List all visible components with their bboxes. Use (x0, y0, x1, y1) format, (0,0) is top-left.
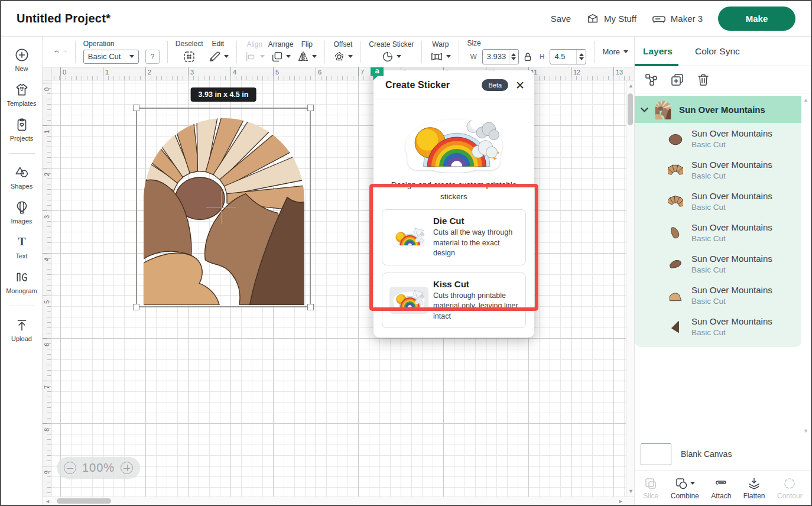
operation-help-button[interactable]: ? (145, 50, 160, 64)
warp-icon (430, 50, 444, 63)
canvas-vertical-scrollbar[interactable]: ▲ ▼ (626, 80, 634, 497)
group-icon[interactable] (644, 73, 658, 87)
sidebar-item-new[interactable]: New (3, 47, 41, 72)
make-button[interactable]: Make (718, 7, 795, 31)
layer-row[interactable]: Sun Over MountainsBasic Cut (635, 154, 801, 186)
layer-row[interactable]: Sun Over MountainsBasic Cut (635, 217, 801, 248)
redo-icon[interactable] (62, 44, 67, 60)
ruler-number: 0 (43, 86, 50, 93)
width-input[interactable] (483, 52, 509, 61)
ruler-number: 6 (43, 341, 50, 348)
chevron-down-icon[interactable] (641, 105, 648, 112)
arrange-button[interactable]: Arrange (268, 41, 294, 63)
svg-text:T: T (18, 235, 25, 248)
align-button: Align (245, 41, 265, 63)
kiss-cut-option[interactable]: Kiss Cut Cuts through printable material… (382, 273, 526, 329)
layer-thumbnail (668, 163, 683, 178)
operation-select[interactable]: Basic Cut (83, 50, 139, 64)
deselect-button[interactable]: Deselect (176, 40, 203, 64)
tab-layers[interactable]: Layers (642, 37, 674, 66)
contour-button: Contour (777, 476, 803, 500)
sun-over-mountains-artwork[interactable] (139, 111, 309, 306)
more-button[interactable]: More (602, 47, 628, 56)
machine-icon (652, 12, 666, 25)
attach-button[interactable]: Attach (711, 476, 731, 500)
sidebar-item-text[interactable]: T Text (3, 235, 41, 260)
design-canvas[interactable]: 012345678910111213 0123456789 3.93 in x … (43, 67, 634, 505)
width-input-box (482, 49, 519, 64)
layer-row[interactable]: Sun Over MountainsBasic Cut (635, 186, 801, 217)
height-stepper[interactable] (576, 50, 586, 64)
layer-row[interactable]: Sun Over MountainsBasic Cut (635, 280, 801, 311)
zoom-level: 100% (82, 461, 115, 475)
height-input-box (550, 49, 586, 64)
die-cut-option[interactable]: Die Cut Cuts all the way through materia… (382, 209, 526, 265)
sidebar-divider (9, 306, 35, 306)
layer-row[interactable]: Sun Over MountainsBasic Cut (635, 248, 801, 280)
text-icon: T (14, 235, 30, 250)
create-sticker-icon (381, 50, 394, 63)
scroll-down-icon[interactable]: ▼ (628, 488, 634, 494)
machine-label: Maker 3 (671, 14, 703, 24)
zoom-in-button[interactable] (121, 462, 133, 474)
layer-thumbnail (668, 131, 683, 147)
sidebar-item-projects[interactable]: Projects (3, 117, 41, 142)
offset-button[interactable]: Offset (333, 41, 353, 63)
scroll-up-icon[interactable]: ▲ (628, 83, 634, 89)
create-sticker-button[interactable]: Create Sticker (369, 41, 414, 63)
sidebar-item-monogram[interactable]: Monogram (3, 270, 41, 294)
zoom-out-button[interactable] (64, 462, 76, 474)
v-ruler: 0123456789 (43, 80, 51, 505)
save-button[interactable]: Save (551, 14, 571, 24)
project-title[interactable]: Untitled Project* (17, 12, 111, 25)
tab-color-sync[interactable]: Color Sync (694, 37, 741, 66)
sidebar-item-upload[interactable]: Upload (3, 317, 41, 342)
combine-caret-icon (690, 482, 695, 485)
duplicate-icon[interactable] (670, 73, 684, 87)
my-stuff-label: My Stuff (604, 14, 636, 24)
edit-button[interactable]: Edit (207, 40, 229, 64)
layer-row[interactable]: Sun Over MountainsBasic Cut (635, 123, 801, 154)
canvas-background-row: Blank Canvas (635, 437, 811, 471)
sidebar-item-images[interactable]: Images (3, 200, 41, 225)
scroll-right-icon[interactable]: ► (618, 498, 623, 504)
layer-group-header[interactable]: Sun Over Mountains (635, 96, 801, 123)
zoom-control: 100% (57, 457, 140, 479)
slice-button: Slice (643, 476, 658, 500)
undo-icon[interactable] (54, 44, 60, 60)
width-stepper[interactable] (509, 50, 518, 64)
selection-box[interactable]: 3.93 in x 4.5 in (136, 108, 311, 307)
delete-icon[interactable] (696, 73, 710, 87)
ruler-number: 7 (43, 384, 50, 391)
h-ruler: 012345678910111213 (43, 67, 634, 80)
combine-button[interactable]: Combine (671, 476, 699, 500)
my-stuff-button[interactable]: My Stuff (586, 12, 636, 25)
offset-icon (333, 50, 346, 63)
machine-selector[interactable]: Maker 3 (652, 12, 703, 25)
ruler-number: 2 (43, 171, 50, 178)
scroll-up-icon[interactable]: ▲ (803, 97, 808, 103)
flatten-button[interactable]: Flatten (743, 476, 765, 500)
canvas-horizontal-scrollbar[interactable]: ◄ ► (43, 497, 634, 505)
flatten-icon (747, 476, 761, 491)
upload-icon (14, 317, 30, 333)
height-input[interactable] (550, 52, 576, 61)
lock-icon[interactable] (522, 51, 533, 63)
new-icon (14, 47, 30, 63)
layer-thumbnail (668, 288, 683, 303)
layer-actions-bar: Slice Combine Attach Flatten (635, 471, 811, 505)
canvas-color-swatch[interactable] (641, 443, 671, 465)
group-thumbnail (654, 100, 672, 119)
sidebar-item-templates[interactable]: Templates (3, 82, 41, 107)
layer-row[interactable]: Sun Over MountainsBasic Cut (635, 311, 801, 342)
sidebar-item-shapes[interactable]: Shapes (3, 165, 41, 190)
sidebar-divider (9, 153, 35, 154)
layers-scrollbar[interactable]: ▲ ▼ (801, 93, 811, 437)
ruler-number: 5 (43, 299, 50, 306)
close-icon[interactable]: ✕ (515, 80, 525, 91)
scroll-down-icon[interactable]: ▼ (803, 428, 808, 434)
ruler-number: 5 (275, 69, 279, 76)
scroll-left-icon[interactable]: ◄ (45, 498, 50, 504)
warp-button[interactable]: Warp (430, 41, 451, 63)
flip-button[interactable]: Flip (297, 41, 317, 63)
